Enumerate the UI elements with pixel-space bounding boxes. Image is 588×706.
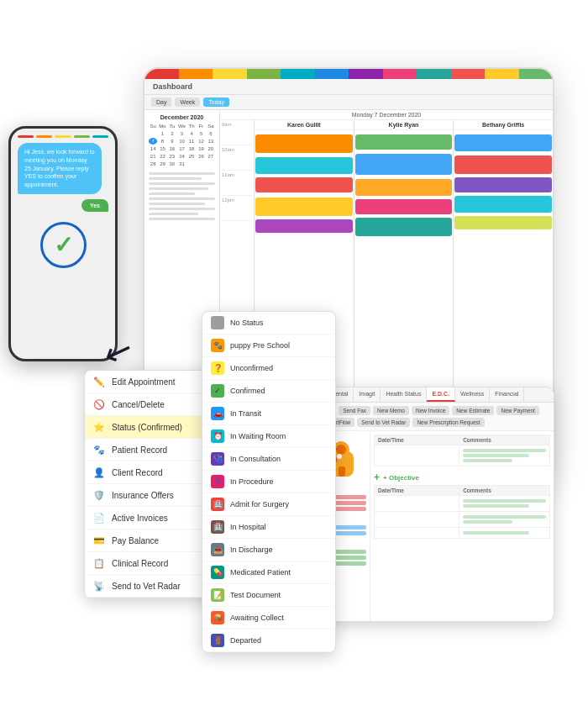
cell-datetime-b2 bbox=[375, 512, 459, 528]
table-row-b3 bbox=[375, 528, 550, 539]
status-in-transit[interactable]: 🚗 In Transit bbox=[202, 403, 335, 425]
status-no-status[interactable]: No Status bbox=[202, 312, 335, 335]
event-2e[interactable] bbox=[355, 218, 453, 236]
status-departed[interactable]: 🚪 Departed bbox=[202, 630, 335, 652]
status-surgery-label: Admit for Surgery bbox=[230, 500, 289, 508]
status-awaiting-collect[interactable]: 📦 Awaiting Collect bbox=[202, 607, 335, 630]
cell-comment-b1 bbox=[459, 496, 550, 512]
status-unconfirmed-icon: ❓ bbox=[211, 361, 224, 375]
menu-label-client: Client Record bbox=[112, 468, 163, 477]
event-3d[interactable] bbox=[454, 196, 552, 213]
btn-vet-radar[interactable]: Send to Vet Radar bbox=[357, 418, 410, 427]
event-3c[interactable] bbox=[454, 177, 552, 192]
event-3b[interactable] bbox=[454, 155, 552, 174]
status-consultation[interactable]: 🩺 In Consultation bbox=[202, 448, 335, 471]
btn-prescription[interactable]: New Prescription Request bbox=[412, 418, 484, 427]
insurance-icon: 🛡️ bbox=[93, 489, 105, 501]
status-consult-icon: 🩺 bbox=[211, 452, 224, 466]
status-no-status-label: No Status bbox=[230, 319, 264, 327]
menu-label-pay: Pay Balance bbox=[112, 536, 159, 545]
status-collect-label: Awaiting Collect bbox=[230, 614, 284, 622]
status-dropdown: No Status 🐾 puppy Pre School ❓ Unconfirm… bbox=[202, 311, 336, 653]
event-2b[interactable] bbox=[355, 154, 453, 175]
tab-edc[interactable]: E.D.C. bbox=[427, 387, 455, 402]
event-1b[interactable] bbox=[255, 157, 353, 174]
event-1c[interactable] bbox=[255, 177, 353, 192]
status-icon: ⭐ bbox=[93, 421, 105, 433]
event-2a[interactable] bbox=[355, 134, 453, 150]
time-slot-9: 9am bbox=[222, 120, 252, 145]
person-header-1: Karen Gullit bbox=[255, 120, 354, 130]
status-confirmed[interactable]: ✓ Confirmed bbox=[202, 380, 335, 403]
col-comments: Comments bbox=[459, 435, 550, 445]
status-discharge-icon: 📤 bbox=[211, 543, 224, 556]
event-2c[interactable] bbox=[355, 179, 453, 196]
menu-label-clinical: Clinical Record bbox=[112, 559, 168, 568]
status-surgery-icon: 🏥 bbox=[211, 498, 224, 511]
week-btn[interactable]: Week bbox=[175, 97, 200, 107]
status-waiting-label: In Waiting Room bbox=[230, 432, 286, 440]
status-waiting-room[interactable]: ⏰ In Waiting Room bbox=[202, 425, 335, 448]
event-1d[interactable] bbox=[255, 198, 353, 216]
status-unconfirmed[interactable]: ❓ Unconfirmed bbox=[202, 357, 335, 380]
status-departed-label: Departed bbox=[230, 636, 261, 645]
person-header-2: Kylie Ryan bbox=[354, 120, 454, 130]
event-2d[interactable] bbox=[355, 199, 453, 214]
day-btn[interactable]: Day bbox=[151, 97, 171, 107]
col-comments-b: Comments bbox=[459, 486, 550, 496]
status-discharge-label: In Discharge bbox=[230, 545, 273, 554]
status-transit-label: In Transit bbox=[230, 409, 261, 418]
status-procedure[interactable]: ⚕️ In Procedure bbox=[202, 471, 335, 493]
status-procedure-label: In Procedure bbox=[230, 477, 274, 486]
plus-icon[interactable]: + bbox=[374, 472, 380, 483]
phone-screen: Hi Jess, we look forward to meeting you … bbox=[11, 129, 115, 359]
tab-financial[interactable]: Financial bbox=[490, 387, 524, 402]
status-puppy-preschool[interactable]: 🐾 puppy Pre School bbox=[202, 335, 335, 357]
btn-new-estimate[interactable]: New Estimate bbox=[452, 406, 494, 415]
chat-message: Hi Jess, we look forward to meeting you … bbox=[18, 143, 102, 194]
status-admit-surgery[interactable]: 🏥 Admit for Surgery bbox=[202, 493, 335, 516]
event-1e[interactable] bbox=[255, 219, 353, 233]
cell-datetime-1 bbox=[375, 445, 459, 466]
status-transit-icon: 🚗 bbox=[211, 407, 224, 420]
checkmark-icon: ✓ bbox=[54, 231, 73, 259]
tab-wellness[interactable]: Wellness bbox=[455, 387, 490, 402]
status-test-doc[interactable]: 📝 Test Document bbox=[202, 584, 335, 607]
event-3a[interactable] bbox=[454, 134, 552, 151]
btn-new-payment[interactable]: New Payment bbox=[496, 406, 538, 415]
cell-datetime-b1 bbox=[375, 496, 459, 512]
btn-new-memo[interactable]: New Memo bbox=[373, 406, 409, 415]
status-discharge[interactable]: 📤 In Discharge bbox=[202, 539, 335, 561]
svg-rect-6 bbox=[339, 466, 345, 477]
main-scene: Dashboard Day Week Today December 2020 S… bbox=[0, 0, 588, 706]
btn-send-fax[interactable]: Send Fax bbox=[339, 406, 370, 415]
btn-new-invoice[interactable]: New Invoice bbox=[412, 406, 449, 415]
tab-imagit[interactable]: Imagit bbox=[354, 387, 381, 402]
status-medicated[interactable]: 💊 Medicated Patient bbox=[202, 561, 335, 584]
svg-point-4 bbox=[336, 445, 346, 455]
med-table-top: Date/Time Comments bbox=[374, 435, 550, 466]
status-medicated-icon: 💊 bbox=[211, 566, 224, 579]
tab-health-status[interactable]: Health Status bbox=[381, 387, 427, 402]
today-btn[interactable]: Today bbox=[203, 97, 229, 107]
cell-comment-b2 bbox=[459, 512, 550, 528]
invoices-icon: 📄 bbox=[93, 512, 105, 524]
time-slot-12: 12pm bbox=[222, 196, 252, 221]
status-departed-icon: 🚪 bbox=[211, 634, 224, 647]
status-hospital-label: In Hospital bbox=[230, 523, 266, 531]
calendar-nav[interactable]: Day Week Today bbox=[144, 95, 553, 110]
menu-label-invoices: Active Invoices bbox=[112, 514, 168, 523]
phone-top-bar bbox=[18, 135, 108, 138]
svg-point-9 bbox=[337, 454, 342, 459]
event-1a[interactable] bbox=[255, 134, 353, 153]
status-collect-icon: 📦 bbox=[211, 611, 224, 624]
edit-icon: ✏️ bbox=[93, 376, 105, 387]
patient-icon: 🐾 bbox=[93, 444, 105, 456]
table-row bbox=[375, 445, 550, 466]
status-hospital-icon: 🏥 bbox=[211, 520, 224, 534]
event-3e[interactable] bbox=[454, 216, 552, 229]
col-datetime-b: Date/Time bbox=[375, 486, 459, 496]
status-unconfirmed-label: Unconfirmed bbox=[230, 364, 273, 372]
objective-label: + Objective bbox=[383, 474, 419, 482]
status-in-hospital[interactable]: 🏥 In Hospital bbox=[202, 516, 335, 539]
